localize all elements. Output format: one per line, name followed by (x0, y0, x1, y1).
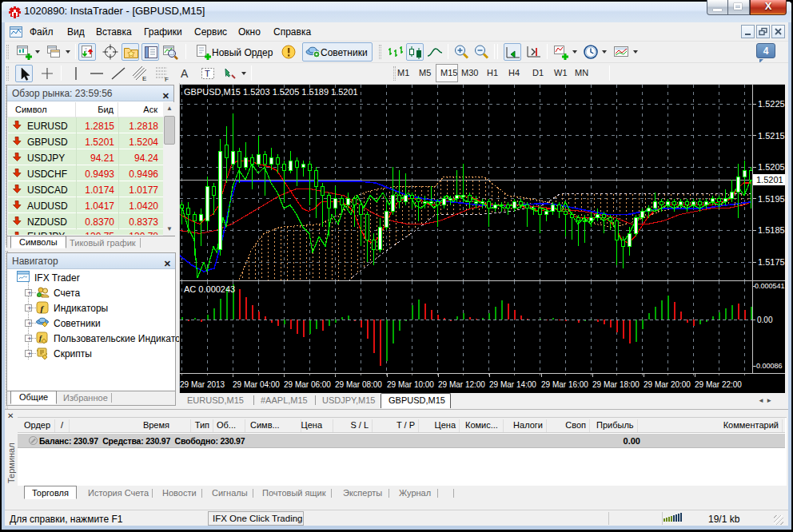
svg-text:29 Mar 16:00: 29 Mar 16:00 (541, 380, 588, 389)
svg-text:F: F (165, 76, 169, 82)
svg-text:1.5195: 1.5195 (758, 194, 785, 204)
svg-text:AC 0.000243: AC 0.000243 (184, 284, 235, 294)
svg-text:GBPUSD,M15 1.5203 1.5205 1.51: GBPUSD,M15 1.5203 1.5205 1.5189 1.5201 (184, 87, 358, 97)
svg-text:1.5175: 1.5175 (758, 257, 785, 267)
svg-text:1.5205: 1.5205 (758, 162, 785, 172)
svg-text:29 Mar 18:00: 29 Mar 18:00 (592, 380, 640, 389)
svg-text:29 Mar 12:00: 29 Mar 12:00 (438, 380, 485, 389)
svg-text:29 Mar 04:00: 29 Mar 04:00 (233, 380, 280, 389)
svg-text:29 Mar 08:00: 29 Mar 08:00 (335, 380, 382, 389)
svg-text:T: T (205, 69, 210, 78)
svg-text:-0.00086: -0.00086 (754, 362, 783, 370)
svg-text:0.00: 0.00 (757, 316, 773, 324)
svg-text:1.5201: 1.5201 (756, 175, 783, 185)
svg-text:E: E (142, 75, 146, 82)
svg-text:29 Mar 06:00: 29 Mar 06:00 (284, 380, 331, 389)
svg-text:29 Mar 14:00: 29 Mar 14:00 (489, 380, 536, 389)
svg-text:A: A (181, 67, 189, 80)
svg-text:29 Mar 20:00: 29 Mar 20:00 (644, 380, 691, 389)
svg-text:0.000541: 0.000541 (755, 282, 785, 290)
svg-text:1.5225: 1.5225 (758, 99, 785, 109)
svg-text:29 Mar 2013: 29 Mar 2013 (180, 380, 225, 389)
svg-text:1.5185: 1.5185 (758, 225, 785, 235)
svg-text:29 Mar 10:00: 29 Mar 10:00 (387, 380, 434, 389)
svg-text:29 Mar 22:00: 29 Mar 22:00 (695, 380, 742, 389)
svg-text:1.5215: 1.5215 (758, 131, 785, 141)
